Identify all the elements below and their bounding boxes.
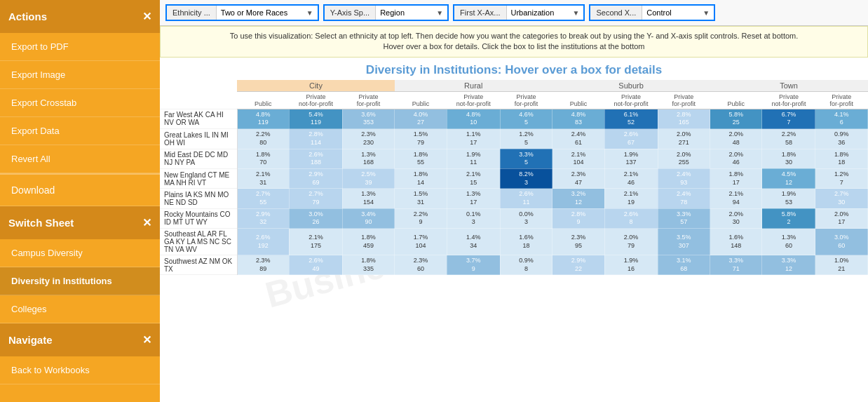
- cell[interactable]: 2.6%8: [604, 208, 658, 228]
- cell[interactable]: 6.7%7: [762, 109, 815, 128]
- cell[interactable]: 2.3%95: [552, 229, 604, 255]
- cell[interactable]: 4.8%119: [237, 109, 289, 128]
- cell[interactable]: 2.1%15: [447, 168, 500, 188]
- sidebar-section-switch-sheet[interactable]: Switch Sheet ✕: [0, 206, 160, 239]
- cell[interactable]: 3.3%57: [658, 208, 710, 228]
- filter-yaxis-arrow[interactable]: ▼: [432, 6, 447, 20]
- cell[interactable]: 1.8%18: [815, 149, 868, 168]
- sidebar-section-actions[interactable]: Actions ✕: [0, 0, 160, 33]
- cell[interactable]: 3.3%71: [710, 255, 762, 275]
- filter-xaxis-second-select[interactable]: Control: [642, 6, 698, 20]
- cell[interactable]: 2.1%94: [710, 189, 762, 208]
- cell[interactable]: 0.9%8: [500, 255, 552, 275]
- cell[interactable]: 3.4%90: [342, 208, 394, 228]
- cell[interactable]: 2.3%47: [552, 168, 604, 188]
- cell[interactable]: 2.0%271: [658, 129, 710, 149]
- sidebar-item-export-crosstab[interactable]: Export Crosstab: [0, 89, 160, 117]
- cell[interactable]: 1.9%53: [762, 189, 815, 208]
- cell[interactable]: 5.8%25: [710, 109, 762, 128]
- cell[interactable]: 2.6%49: [289, 255, 342, 275]
- cell[interactable]: 1.9%137: [604, 149, 658, 168]
- cell[interactable]: 2.1%175: [289, 229, 342, 255]
- table-row[interactable]: Plains IA KS MN MO NE ND SD2.7%552.7%791…: [160, 189, 868, 208]
- cell[interactable]: 2.8%165: [658, 109, 710, 128]
- sidebar-item-campus-diversity[interactable]: Campus Diversity: [0, 239, 160, 267]
- cell[interactable]: 8.2%3: [500, 168, 552, 188]
- cell[interactable]: 4.5%12: [762, 168, 815, 188]
- cell[interactable]: 4.8%10: [447, 109, 500, 128]
- cell[interactable]: 1.3%168: [342, 149, 394, 168]
- cell[interactable]: 3.7%9: [447, 255, 500, 275]
- sidebar-item-revert-all[interactable]: Revert All: [0, 145, 160, 173]
- cell[interactable]: 1.9%16: [604, 255, 658, 275]
- filter-yaxis[interactable]: Y-Axis Sp... Region ▼: [323, 4, 449, 21]
- cell[interactable]: 1.5%79: [395, 129, 447, 149]
- table-row[interactable]: Great Lakes IL IN MI OH WI2.2%802.8%1142…: [160, 129, 868, 149]
- cell[interactable]: 0.1%3: [447, 208, 500, 228]
- cell[interactable]: 1.2%5: [500, 129, 552, 149]
- cell[interactable]: 2.3%230: [342, 129, 394, 149]
- sidebar-item-download[interactable]: Download: [0, 173, 160, 206]
- cell[interactable]: 2.4%61: [552, 129, 604, 149]
- sidebar-switch-sheet-close[interactable]: ✕: [142, 216, 151, 229]
- cell[interactable]: 1.8%55: [395, 149, 447, 168]
- cell[interactable]: 3.6%353: [342, 109, 394, 128]
- sidebar-item-back-to-workbooks[interactable]: Back to Workbooks: [0, 356, 160, 384]
- cell[interactable]: 1.6%148: [710, 229, 762, 255]
- table-row[interactable]: Southeast AL AR FL GA KY LA MS NC SC TN …: [160, 229, 868, 255]
- sidebar-item-diversity-institutions[interactable]: Diversity in Institutions: [0, 267, 160, 295]
- sidebar-item-export-pdf[interactable]: Export to PDF: [0, 33, 160, 61]
- filter-yaxis-select[interactable]: Region: [376, 6, 432, 20]
- cell[interactable]: 1.8%335: [342, 255, 394, 275]
- filter-ethnicity-select[interactable]: Two or More Races: [217, 6, 302, 20]
- cell[interactable]: 2.6%192: [237, 229, 289, 255]
- cell[interactable]: 1.8%459: [342, 229, 394, 255]
- cell[interactable]: 1.0%21: [815, 255, 868, 275]
- cell[interactable]: 2.0%30: [710, 208, 762, 228]
- cell[interactable]: 4.8%83: [552, 109, 604, 128]
- sidebar-item-export-data[interactable]: Export Data: [0, 117, 160, 145]
- cell[interactable]: 2.6%11: [500, 189, 552, 208]
- table-container[interactable]: Business Intelligence Society Diversity …: [160, 58, 868, 402]
- table-row[interactable]: Far West AK CA HI NV OR WA4.8%1195.4%119…: [160, 109, 868, 128]
- cell[interactable]: 2.3%89: [237, 255, 289, 275]
- cell[interactable]: 2.0%46: [710, 149, 762, 168]
- cell[interactable]: 1.8%70: [237, 149, 289, 168]
- cell[interactable]: 0.0%3: [500, 208, 552, 228]
- table-row[interactable]: Rocky Mountains CO ID MT UT WY2.9%323.0%…: [160, 208, 868, 228]
- cell[interactable]: 2.0%48: [710, 129, 762, 149]
- cell[interactable]: 2.9%32: [237, 208, 289, 228]
- cell[interactable]: 3.3%5: [500, 149, 552, 168]
- cell[interactable]: 1.3%17: [447, 189, 500, 208]
- cell[interactable]: 3.3%12: [762, 255, 815, 275]
- cell[interactable]: 5.4%119: [289, 109, 342, 128]
- cell[interactable]: 2.7%55: [237, 189, 289, 208]
- cell[interactable]: 3.2%12: [552, 189, 604, 208]
- cell[interactable]: 1.9%11: [447, 149, 500, 168]
- cell[interactable]: 2.4%93: [658, 168, 710, 188]
- cell[interactable]: 1.8%30: [762, 149, 815, 168]
- cell[interactable]: 2.0%17: [815, 208, 868, 228]
- cell[interactable]: 3.5%307: [658, 229, 710, 255]
- cell[interactable]: 2.0%79: [604, 229, 658, 255]
- cell[interactable]: 2.8%9: [552, 208, 604, 228]
- cell[interactable]: 5.8%2: [762, 208, 815, 228]
- filter-xaxis-first-arrow[interactable]: ▼: [569, 6, 584, 20]
- cell[interactable]: 3.0%26: [289, 208, 342, 228]
- cell[interactable]: 2.2%80: [237, 129, 289, 149]
- sidebar-item-colleges[interactable]: Colleges: [0, 295, 160, 323]
- cell[interactable]: 2.2%58: [762, 129, 815, 149]
- cell[interactable]: 6.1%52: [604, 109, 658, 128]
- cell[interactable]: 2.2%9: [395, 208, 447, 228]
- cell[interactable]: 2.1%19: [604, 189, 658, 208]
- cell[interactable]: 1.6%18: [500, 229, 552, 255]
- cell[interactable]: 2.4%78: [658, 189, 710, 208]
- cell[interactable]: 2.8%114: [289, 129, 342, 149]
- filter-xaxis-first[interactable]: First X-Ax... Urbanization ▼: [453, 4, 585, 21]
- filter-ethnicity-arrow[interactable]: ▼: [302, 6, 318, 20]
- filter-xaxis-second-arrow[interactable]: ▼: [698, 6, 714, 20]
- cell[interactable]: 1.7%104: [395, 229, 447, 255]
- cell[interactable]: 4.1%6: [815, 109, 868, 128]
- cell[interactable]: 1.1%17: [447, 129, 500, 149]
- sidebar-item-export-image[interactable]: Export Image: [0, 61, 160, 89]
